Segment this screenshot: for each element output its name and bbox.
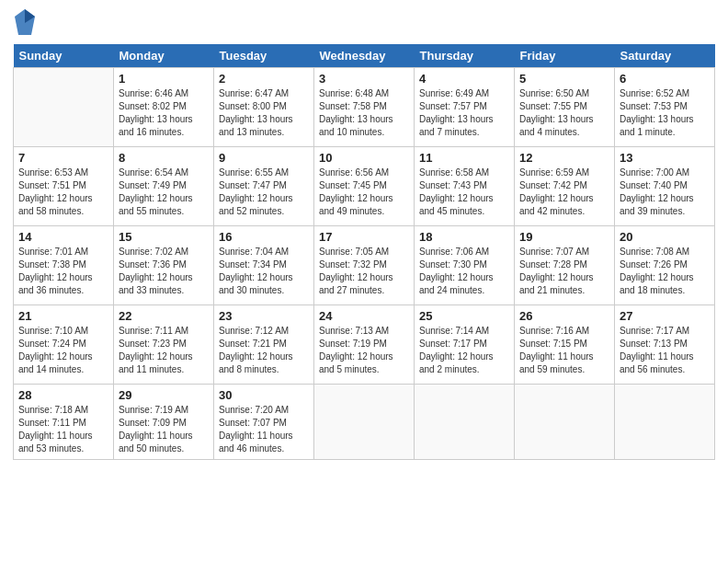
day-number: 16 [219,230,309,244]
calendar-cell: 12Sunrise: 6:59 AMSunset: 7:42 PMDayligh… [515,147,615,226]
weekday-header-friday: Friday [515,44,615,68]
day-info: Sunrise: 6:56 AMSunset: 7:45 PMDaylight:… [319,167,409,218]
calendar-week-row: 28Sunrise: 7:18 AMSunset: 7:11 PMDayligh… [14,385,715,460]
calendar-cell: 20Sunrise: 7:08 AMSunset: 7:26 PMDayligh… [615,226,715,305]
day-number: 10 [319,151,409,165]
day-info: Sunrise: 6:59 AMSunset: 7:42 PMDaylight:… [519,167,609,218]
weekday-header-row: SundayMondayTuesdayWednesdayThursdayFrid… [14,44,715,68]
day-number: 4 [419,72,509,86]
calendar-cell: 30Sunrise: 7:20 AMSunset: 7:07 PMDayligh… [214,385,314,460]
day-info: Sunrise: 7:06 AMSunset: 7:30 PMDaylight:… [419,246,509,297]
logo-icon [15,9,35,37]
day-info: Sunrise: 7:17 AMSunset: 7:13 PMDaylight:… [620,325,710,376]
calendar-cell: 15Sunrise: 7:02 AMSunset: 7:36 PMDayligh… [114,226,214,305]
calendar-cell: 3Sunrise: 6:48 AMSunset: 7:58 PMDaylight… [314,68,415,147]
day-number: 1 [119,72,209,86]
calendar-cell: 23Sunrise: 7:12 AMSunset: 7:21 PMDayligh… [214,305,314,385]
day-number: 19 [519,230,609,244]
weekday-header-monday: Monday [114,44,214,68]
day-info: Sunrise: 6:48 AMSunset: 7:58 PMDaylight:… [319,87,409,139]
day-number: 27 [620,309,710,323]
day-info: Sunrise: 7:05 AMSunset: 7:32 PMDaylight:… [319,246,409,297]
calendar-cell: 26Sunrise: 7:16 AMSunset: 7:15 PMDayligh… [515,305,615,385]
calendar-week-row: 21Sunrise: 7:10 AMSunset: 7:24 PMDayligh… [14,305,715,385]
day-number: 21 [18,309,108,323]
calendar-cell: 17Sunrise: 7:05 AMSunset: 7:32 PMDayligh… [314,226,415,305]
weekday-header-thursday: Thursday [415,44,515,68]
calendar-cell: 6Sunrise: 6:52 AMSunset: 7:53 PMDaylight… [615,68,715,147]
day-info: Sunrise: 7:14 AMSunset: 7:17 PMDaylight:… [419,325,509,376]
day-info: Sunrise: 7:18 AMSunset: 7:11 PMDaylight:… [18,404,108,455]
day-info: Sunrise: 7:12 AMSunset: 7:21 PMDaylight:… [219,325,309,376]
day-info: Sunrise: 6:50 AMSunset: 7:55 PMDaylight:… [519,87,609,139]
calendar-cell: 25Sunrise: 7:14 AMSunset: 7:17 PMDayligh… [415,305,515,385]
day-number: 18 [419,230,509,244]
calendar-cell: 5Sunrise: 6:50 AMSunset: 7:55 PMDaylight… [515,68,615,147]
day-number: 2 [219,72,309,86]
day-number: 20 [620,230,710,244]
calendar-cell: 19Sunrise: 7:07 AMSunset: 7:28 PMDayligh… [515,226,615,305]
day-number: 22 [119,309,209,323]
calendar-cell: 28Sunrise: 7:18 AMSunset: 7:11 PMDayligh… [14,385,114,460]
day-info: Sunrise: 7:02 AMSunset: 7:36 PMDaylight:… [119,246,209,297]
day-number: 5 [519,72,609,86]
calendar-week-row: 1Sunrise: 6:46 AMSunset: 8:02 PMDaylight… [14,68,715,147]
calendar-cell [314,385,415,460]
calendar-cell: 4Sunrise: 6:49 AMSunset: 7:57 PMDaylight… [415,68,515,147]
calendar-cell: 29Sunrise: 7:19 AMSunset: 7:09 PMDayligh… [114,385,214,460]
calendar-cell [14,68,114,147]
calendar-cell: 24Sunrise: 7:13 AMSunset: 7:19 PMDayligh… [314,305,415,385]
day-info: Sunrise: 6:58 AMSunset: 7:43 PMDaylight:… [419,167,509,218]
day-info: Sunrise: 6:52 AMSunset: 7:53 PMDaylight:… [620,87,710,139]
calendar-week-row: 7Sunrise: 6:53 AMSunset: 7:51 PMDaylight… [14,147,715,226]
calendar-cell [615,385,715,460]
calendar-cell: 10Sunrise: 6:56 AMSunset: 7:45 PMDayligh… [314,147,415,226]
calendar-cell [515,385,615,460]
day-number: 30 [219,388,309,402]
calendar-cell: 8Sunrise: 6:54 AMSunset: 7:49 PMDaylight… [114,147,214,226]
day-info: Sunrise: 7:04 AMSunset: 7:34 PMDaylight:… [219,246,309,297]
day-number: 13 [620,151,710,165]
day-info: Sunrise: 6:55 AMSunset: 7:47 PMDaylight:… [219,167,309,218]
day-number: 28 [18,388,108,402]
day-number: 3 [319,72,409,86]
day-info: Sunrise: 7:20 AMSunset: 7:07 PMDaylight:… [219,404,309,455]
calendar-cell: 27Sunrise: 7:17 AMSunset: 7:13 PMDayligh… [615,305,715,385]
calendar-cell: 14Sunrise: 7:01 AMSunset: 7:38 PMDayligh… [14,226,114,305]
day-info: Sunrise: 6:54 AMSunset: 7:49 PMDaylight:… [119,167,209,218]
weekday-header-saturday: Saturday [615,44,715,68]
calendar-cell: 2Sunrise: 6:47 AMSunset: 8:00 PMDaylight… [214,68,314,147]
calendar-cell: 11Sunrise: 6:58 AMSunset: 7:43 PMDayligh… [415,147,515,226]
day-number: 9 [219,151,309,165]
calendar-cell: 16Sunrise: 7:04 AMSunset: 7:34 PMDayligh… [214,226,314,305]
weekday-header-tuesday: Tuesday [214,44,314,68]
day-info: Sunrise: 6:47 AMSunset: 8:00 PMDaylight:… [219,87,309,139]
day-info: Sunrise: 7:07 AMSunset: 7:28 PMDaylight:… [519,246,609,297]
calendar-cell: 18Sunrise: 7:06 AMSunset: 7:30 PMDayligh… [415,226,515,305]
day-info: Sunrise: 7:13 AMSunset: 7:19 PMDaylight:… [319,325,409,376]
day-number: 25 [419,309,509,323]
header [13,9,715,37]
day-info: Sunrise: 7:10 AMSunset: 7:24 PMDaylight:… [18,325,108,376]
calendar-cell: 21Sunrise: 7:10 AMSunset: 7:24 PMDayligh… [14,305,114,385]
calendar-cell: 7Sunrise: 6:53 AMSunset: 7:51 PMDaylight… [14,147,114,226]
day-number: 15 [119,230,209,244]
calendar-cell: 9Sunrise: 6:55 AMSunset: 7:47 PMDaylight… [214,147,314,226]
day-number: 24 [319,309,409,323]
day-number: 23 [219,309,309,323]
day-info: Sunrise: 7:19 AMSunset: 7:09 PMDaylight:… [119,404,209,455]
day-info: Sunrise: 7:16 AMSunset: 7:15 PMDaylight:… [519,325,609,376]
calendar-cell: 1Sunrise: 6:46 AMSunset: 8:02 PMDaylight… [114,68,214,147]
day-number: 11 [419,151,509,165]
weekday-header-sunday: Sunday [14,44,114,68]
day-number: 14 [18,230,108,244]
day-info: Sunrise: 6:46 AMSunset: 8:02 PMDaylight:… [119,87,209,139]
calendar-cell: 22Sunrise: 7:11 AMSunset: 7:23 PMDayligh… [114,305,214,385]
day-number: 6 [620,72,710,86]
day-number: 8 [119,151,209,165]
calendar-cell [415,385,515,460]
calendar-week-row: 14Sunrise: 7:01 AMSunset: 7:38 PMDayligh… [14,226,715,305]
day-number: 7 [18,151,108,165]
day-number: 26 [519,309,609,323]
day-info: Sunrise: 7:00 AMSunset: 7:40 PMDaylight:… [620,167,710,218]
